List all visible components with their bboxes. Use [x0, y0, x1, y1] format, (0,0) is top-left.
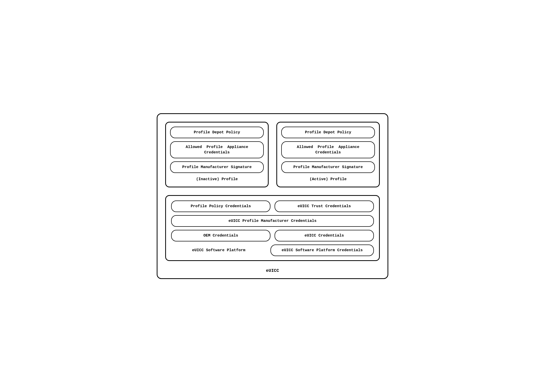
- euicc-profile-manufacturer-box: eUICC Profile Manufacturer Credentials: [171, 215, 374, 227]
- active-manufacturer-sig-box: Profile Manufacturer Signature: [281, 161, 375, 173]
- bottom-row-4: eUICC Software Platform eUICC Software P…: [171, 245, 374, 256]
- euicc-software-platform-credentials-box: eUICC Software Platform Credentials: [270, 245, 374, 256]
- oem-credentials-label: OEM Credentials: [203, 233, 238, 238]
- bottom-row-2: eUICC Profile Manufacturer Credentials: [171, 215, 374, 227]
- euicc-outer-label: eUICC: [165, 266, 380, 273]
- active-manufacturer-sig-label: Profile Manufacturer Signature: [293, 165, 363, 169]
- euicc-credentials-label: eUICC Credentials: [304, 233, 344, 238]
- active-allowed-profile-label: Allowed Profile ApplianceCredentials: [297, 145, 359, 155]
- inactive-depot-policy-label: Profile Depot Policy: [194, 130, 240, 135]
- outer-container: Profile Depot Policy Allowed Profile App…: [157, 113, 388, 279]
- inactive-profile-label: (Inactive) Profile: [170, 176, 264, 182]
- inactive-depot-policy-box: Profile Depot Policy: [170, 127, 264, 138]
- inactive-profile-box: Profile Depot Policy Allowed Profile App…: [165, 122, 269, 187]
- bottom-section: Profile Policy Credentials eUICC Trust C…: [165, 195, 380, 261]
- inactive-allowed-profile-label: Allowed Profile ApplianceCredentials: [186, 145, 248, 155]
- euicc-software-platform-label: eUICC Software Platform: [171, 245, 266, 256]
- inactive-manufacturer-sig-box: Profile Manufacturer Signature: [170, 161, 264, 173]
- euicc-profile-manufacturer-label: eUICC Profile Manufacturer Credentials: [228, 219, 317, 223]
- active-profile-box: Profile Depot Policy Allowed Profile App…: [276, 122, 380, 187]
- euicc-trust-credentials-box: eUICC Trust Credentials: [275, 201, 374, 212]
- active-depot-policy-label: Profile Depot Policy: [305, 130, 351, 135]
- inactive-allowed-profile-box: Allowed Profile ApplianceCredentials: [170, 141, 264, 158]
- profile-policy-credentials-box: Profile Policy Credentials: [171, 201, 270, 212]
- oem-credentials-box: OEM Credentials: [171, 230, 270, 241]
- top-section: Profile Depot Policy Allowed Profile App…: [165, 122, 380, 187]
- active-profile-label: (Active) Profile: [281, 176, 375, 182]
- euicc-trust-credentials-label: eUICC Trust Credentials: [297, 204, 351, 208]
- active-depot-policy-box: Profile Depot Policy: [281, 127, 375, 138]
- inactive-manufacturer-sig-label: Profile Manufacturer Signature: [182, 165, 252, 169]
- euicc-software-platform-credentials-label: eUICC Software Platform Credentials: [282, 248, 363, 252]
- active-allowed-profile-box: Allowed Profile ApplianceCredentials: [281, 141, 375, 158]
- euicc-credentials-box: eUICC Credentials: [275, 230, 374, 241]
- bottom-row-3: OEM Credentials eUICC Credentials: [171, 230, 374, 241]
- profile-policy-credentials-label: Profile Policy Credentials: [191, 204, 251, 208]
- bottom-row-1: Profile Policy Credentials eUICC Trust C…: [171, 201, 374, 212]
